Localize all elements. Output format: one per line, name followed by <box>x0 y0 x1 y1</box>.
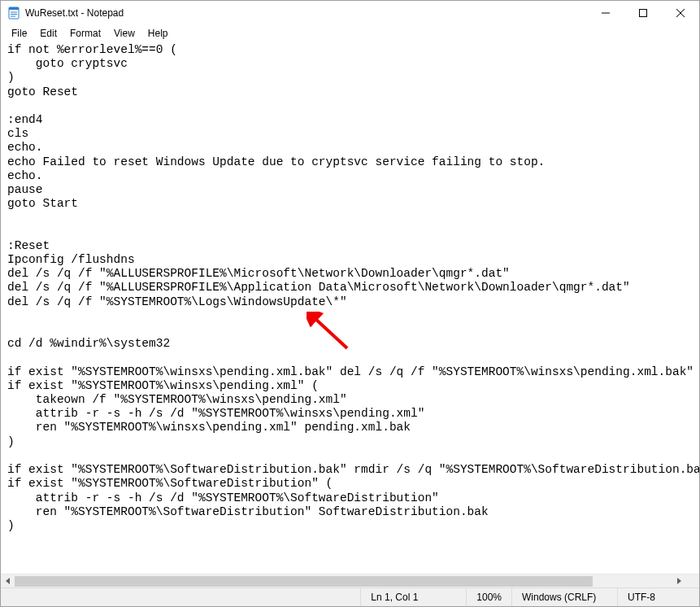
menu-file[interactable]: File <box>6 26 33 41</box>
status-encoding: UTF-8 <box>618 588 699 606</box>
svg-marker-11 <box>6 578 10 584</box>
svg-rect-6 <box>640 10 647 17</box>
window-controls <box>587 1 699 25</box>
menu-edit[interactable]: Edit <box>34 26 63 41</box>
svg-rect-1 <box>9 7 19 10</box>
svg-marker-12 <box>677 578 681 584</box>
scrollbar-thumb[interactable] <box>15 576 593 587</box>
scroll-right-arrow-icon[interactable] <box>672 574 685 588</box>
text-editor[interactable]: if not %errorlevel%==0 ( goto cryptsvc )… <box>1 41 699 587</box>
status-spacer <box>1 588 361 606</box>
menu-format[interactable]: Format <box>64 26 107 41</box>
statusbar: Ln 1, Col 1 100% Windows (CRLF) UTF-8 <box>1 587 699 606</box>
scrollbar-track[interactable] <box>15 574 672 588</box>
status-line-col: Ln 1, Col 1 <box>361 588 467 606</box>
maximize-button[interactable] <box>624 1 662 25</box>
scroll-corner <box>685 574 699 587</box>
horizontal-scrollbar[interactable] <box>1 574 685 587</box>
status-zoom: 100% <box>467 588 512 606</box>
text-content[interactable]: if not %errorlevel%==0 ( goto cryptsvc )… <box>1 41 699 533</box>
status-line-ending: Windows (CRLF) <box>512 588 618 606</box>
menubar: File Edit Format View Help <box>1 25 699 41</box>
scroll-left-arrow-icon[interactable] <box>1 574 15 588</box>
menu-help[interactable]: Help <box>142 26 174 41</box>
close-button[interactable] <box>662 1 699 25</box>
notepad-app-icon <box>7 7 20 20</box>
menu-view[interactable]: View <box>108 26 141 41</box>
window-title: WuReset.txt - Notepad <box>25 7 587 19</box>
minimize-button[interactable] <box>587 1 624 25</box>
titlebar: WuReset.txt - Notepad <box>1 1 699 25</box>
